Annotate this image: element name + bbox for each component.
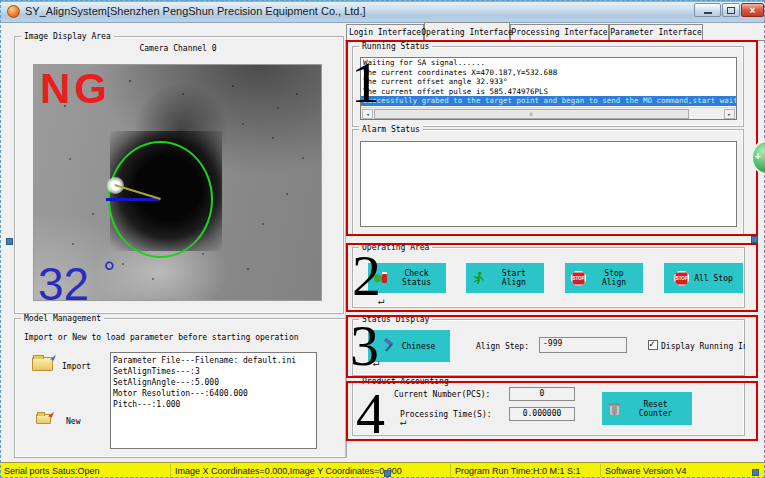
alarm-status-group-label: Alarm Status [359,125,423,134]
start-align-button[interactable]: Start Align [466,263,544,293]
status-bar-divider [600,464,601,478]
operating-area-group-label: Operating Area [359,243,432,252]
status-bar-divider [170,464,171,478]
trash-icon [608,402,620,416]
scroll-right-icon[interactable]: ► [724,109,735,119]
parameter-textbox[interactable]: Parameter File---Filename: default.ini S… [110,352,317,449]
check-status-label: Check Status [393,269,440,287]
reset-counter-label: Reset Counter [625,400,686,418]
tab-login-interface[interactable]: Login Interface [346,24,424,40]
camera-image: NG 32° [33,64,322,301]
maximize-icon [727,7,735,14]
new-folder-icon[interactable] [36,414,51,424]
all-stop-label: All Stop [694,274,733,283]
serial-port-status: Serial ports Satus:Open [4,466,100,476]
new-button[interactable]: New [66,417,80,426]
reference-line-overlay [106,198,160,201]
current-number-field[interactable]: 0 [509,387,575,401]
processing-time-label: Processing Time(S): [400,410,492,419]
image-speckles [34,65,36,67]
alarm-status-group: Alarm Status [352,129,744,235]
selection-handle-right[interactable] [751,236,758,243]
log-line: Waiting for SA signal...... [361,58,736,68]
angle-overlay: 32° [38,255,115,301]
cursor-ball-icon: + [751,140,765,175]
degree-symbol: ° [103,255,115,288]
align-step-label: Align Step: [476,342,529,351]
minimize-icon [704,12,712,14]
result-overlay-ng: NG [40,65,111,113]
model-management-group-label: Model Management [21,314,104,323]
angle-value: 32 [38,258,89,301]
log-line: The current offset pulse is 585.474976PL… [361,87,736,97]
parameter-line: Pitch---:1.000 [113,399,314,410]
start-align-label: Start Align [490,269,538,287]
scrollbar-thumb[interactable]: ≡ [374,109,689,119]
software-version-status: Software Version V4 [605,466,687,476]
parameter-line: Parameter File---Filename: default.ini [113,355,314,366]
running-status-group: Running Status Waiting for SA signal....… [352,46,744,127]
image-coordinates-status: Image X Coordinates=0.000,Image Y Coordi… [175,466,402,476]
product-accounting-group-label: Product Accounting [359,377,452,386]
program-run-time-status: Program Run Time:H:0 M:1 S:1 [455,466,581,476]
scroll-left-icon[interactable]: ◄ [362,109,373,119]
parameter-line: SetAlignAngle---:5.000 [113,377,314,388]
window-title: SY_AlignSystem[Shenzhen PengShun Precisi… [25,5,366,17]
stop-align-label: Stop Align [591,269,637,287]
maximize-button[interactable] [722,3,740,17]
running-status-log[interactable]: Waiting for SA signal...... The current … [360,57,737,120]
language-button-label: Chinese [402,342,436,351]
tab-pane-left-border [345,40,346,457]
tab-operating-interface[interactable]: Operating Interface [424,22,510,41]
display-running-info-checkbox[interactable]: ✓ [648,340,658,350]
status-display-group-label: Status Display [359,315,432,324]
stop-sign-icon: STOP [571,271,586,286]
all-stop-button[interactable]: STOP All Stop [664,263,743,293]
log-line: The current offset angle 32.933° [361,77,736,87]
title-bar: SY_AlignSystem[Shenzhen PengShun Precisi… [0,0,765,23]
status-bar: Serial ports Satus:Open Image X Coordina… [0,462,765,478]
hand-device-icon [374,271,388,285]
running-man-icon [472,271,485,286]
check-status-button[interactable]: Check Status [368,263,446,293]
stop-sign-icon: STOP [674,271,689,286]
selection-handle-bottom-right[interactable] [752,469,759,476]
align-step-field[interactable]: -999 [539,337,627,353]
stop-align-button[interactable]: STOP Stop Align [565,263,643,293]
app-window: SY_AlignSystem[Shenzhen PengShun Precisi… [0,0,765,478]
hammer-icon [383,339,397,353]
tab-parameter-interface[interactable]: Parameter Interface [609,24,703,40]
log-line: The current coordinates X=470.187,Y=532.… [361,68,736,78]
parameter-line: SetAlignTimes---:3 [113,366,314,377]
model-management-hint: Import or New to load parameter before s… [24,333,299,342]
selection-handle-bottom[interactable] [384,470,391,477]
app-icon [7,5,20,18]
minimize-button[interactable] [694,3,721,17]
import-folder-icon[interactable] [32,357,53,371]
check-icon: ✓ [649,338,655,349]
import-button[interactable]: Import [62,362,91,371]
reset-counter-button[interactable]: Reset Counter [602,392,692,425]
running-status-group-label: Running Status [359,42,432,51]
display-running-info-label: Display Running Informatio [661,342,745,351]
current-number-label: Current Number(PCS): [394,390,490,399]
camera-channel-label: Camera Channel 0 [14,44,342,53]
parameter-line: Motor Resolution---:6400.000 [113,388,314,399]
log-horizontal-scrollbar[interactable]: ◄ ≡ ► [361,107,736,119]
tab-pane-border [345,40,764,41]
tab-processing-interface[interactable]: Processing Interface [510,24,609,40]
log-line-highlighted: Successfully grabed to the target point … [361,96,736,106]
processing-time-field[interactable]: 0.000000 [509,407,575,421]
status-bar-divider [450,464,451,478]
close-button[interactable]: × [741,3,764,17]
language-toggle-button[interactable]: Chinese [368,330,450,362]
alarm-status-log[interactable] [360,141,737,227]
selection-handle-left[interactable] [6,238,13,245]
close-icon: × [750,5,756,16]
image-display-group-label: Image Display Area [21,32,114,41]
